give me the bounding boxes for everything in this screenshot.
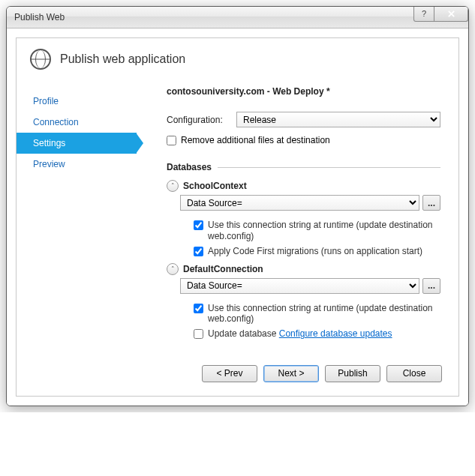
prev-button[interactable]: < Prev [202, 365, 257, 382]
window-title: Publish Web [14, 12, 413, 22]
update-database-checkbox[interactable] [194, 329, 203, 339]
expander-button[interactable]: ˄ [167, 180, 179, 192]
use-runtime-row: Use this connection string at runtime (u… [194, 220, 440, 241]
dialog-heading: Publish web application [60, 52, 185, 66]
database-block-defaultconnection: ˄ DefaultConnection Data Source= ... [167, 263, 440, 340]
close-button[interactable]: Close [386, 365, 442, 382]
main-panel: Publish web application Profile Connecti… [16, 37, 459, 397]
dialog-footer: < Prev Next > Publish Close [17, 352, 458, 396]
publish-button[interactable]: Publish [325, 365, 380, 382]
client-area: Publish web application Profile Connecti… [7, 28, 468, 406]
apply-migrations-checkbox[interactable] [194, 247, 203, 256]
db-name: DefaultConnection [183, 264, 263, 274]
configure-updates-link[interactable]: Configure database updates [279, 328, 392, 339]
db-options: Use this connection string at runtime (u… [180, 301, 440, 340]
connection-row: Data Source= ... [180, 278, 440, 294]
configuration-select[interactable]: Release [236, 112, 440, 127]
close-window-button[interactable] [434, 7, 468, 22]
titlebar[interactable]: Publish Web ? [7, 7, 468, 28]
divider [218, 167, 440, 168]
db-options: Use this connection string at runtime (u… [180, 218, 440, 256]
help-button[interactable]: ? [413, 7, 434, 22]
db-name: SchoolContext [183, 181, 247, 191]
connection-string-select[interactable]: Data Source= [180, 278, 419, 294]
expander-button[interactable]: ˄ [167, 263, 179, 275]
remove-files-label: Remove additional files at destination [181, 135, 330, 145]
configuration-label: Configuration: [167, 115, 230, 125]
globe-icon [30, 49, 51, 70]
browse-button[interactable]: ... [422, 278, 440, 294]
use-runtime-label: Use this connection string at runtime (u… [208, 303, 440, 325]
remove-files-checkbox[interactable] [167, 136, 176, 145]
use-runtime-checkbox[interactable] [194, 304, 203, 313]
db-header-row: ˄ SchoolContext [167, 180, 440, 192]
db-header-row: ˄ DefaultConnection [167, 263, 440, 275]
use-runtime-checkbox[interactable] [194, 220, 203, 230]
sidebar-item-preview[interactable]: Preview [17, 154, 137, 175]
chevron-up-icon: ˄ [171, 182, 175, 190]
sidebar-item-settings[interactable]: Settings [17, 133, 137, 154]
database-block-schoolcontext: ˄ SchoolContext Data Source= ... [167, 180, 440, 256]
databases-heading: Databases [167, 162, 212, 172]
next-button[interactable]: Next > [263, 365, 319, 382]
use-runtime-row: Use this connection string at runtime (u… [194, 303, 440, 325]
update-database-label: Update database Configure database updat… [208, 328, 392, 339]
close-icon [447, 10, 455, 18]
window-controls: ? [413, 7, 468, 22]
profile-title: contosouniversity.com - Web Deploy * [167, 86, 440, 112]
dialog-header: Publish web application [17, 38, 458, 83]
browse-button[interactable]: ... [422, 195, 440, 211]
update-database-text: Update database [208, 328, 276, 339]
configuration-row: Configuration: Release [167, 112, 440, 127]
sidebar-item-connection[interactable]: Connection [17, 112, 137, 133]
apply-migrations-row: Apply Code First migrations (runs on app… [194, 246, 440, 256]
sidebar-item-profile[interactable]: Profile [17, 91, 137, 112]
databases-section-header: Databases [167, 162, 440, 172]
update-database-row: Update database Configure database updat… [194, 328, 440, 339]
apply-migrations-label: Apply Code First migrations (runs on app… [208, 246, 422, 256]
connection-row: Data Source= ... [180, 195, 440, 211]
use-runtime-label: Use this connection string at runtime (u… [208, 220, 440, 241]
publish-web-dialog: Publish Web ? Publish web application Pr… [6, 6, 469, 406]
remove-files-row: Remove additional files at destination [167, 135, 440, 145]
settings-content: contosouniversity.com - Web Deploy * Con… [137, 83, 458, 352]
wizard-sidebar: Profile Connection Settings Preview [17, 83, 137, 352]
connection-string-select[interactable]: Data Source= [180, 195, 419, 211]
dialog-body: Profile Connection Settings Preview cont… [17, 83, 458, 352]
chevron-up-icon: ˄ [171, 265, 175, 273]
